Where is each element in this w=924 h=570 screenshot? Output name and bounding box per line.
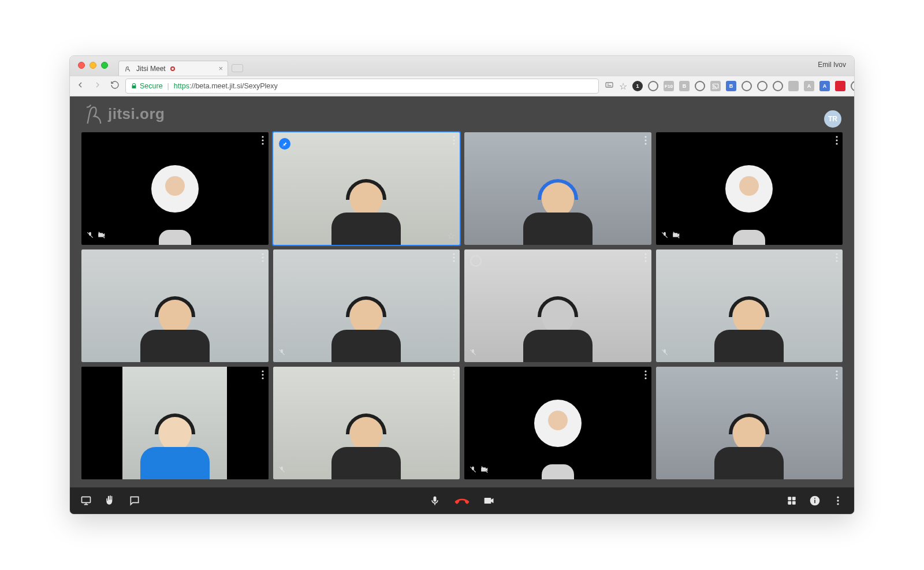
tile-menu-button[interactable] [836, 136, 838, 147]
status-icons [86, 231, 106, 241]
maximize-window-button[interactable] [101, 62, 108, 69]
participant-tile[interactable] [464, 249, 651, 362]
tile-menu-button[interactable] [453, 136, 455, 147]
back-button[interactable] [76, 80, 85, 92]
ext-circle-1[interactable]: 1 [632, 81, 643, 91]
tile-menu-button[interactable] [262, 370, 264, 381]
chat-button[interactable] [129, 495, 140, 506]
svg-point-6 [453, 143, 454, 144]
tile-menu-button[interactable] [644, 370, 647, 381]
tile-menu-button[interactable] [453, 253, 455, 264]
tab-recording-indicator-icon [170, 66, 175, 71]
svg-point-26 [262, 374, 263, 375]
screen-share-button[interactable] [80, 495, 92, 506]
video-feed [273, 249, 460, 362]
toolbar-left [80, 495, 140, 506]
participant-tile[interactable] [81, 132, 269, 245]
svg-rect-43 [814, 500, 815, 503]
minimize-window-button[interactable] [90, 62, 96, 69]
reload-button[interactable] [110, 80, 120, 92]
svg-point-7 [644, 136, 646, 137]
tile-menu-button[interactable] [644, 253, 647, 264]
ext-o2[interactable] [757, 81, 767, 91]
participant-tile[interactable] [656, 132, 843, 245]
tile-menu-button[interactable] [836, 370, 838, 381]
status-icons [278, 348, 286, 359]
participant-tile[interactable] [81, 249, 269, 362]
ext-red[interactable] [835, 81, 845, 91]
pinned-icon [279, 138, 290, 150]
participant-tile[interactable] [656, 249, 843, 362]
star-bookmark-icon[interactable]: ☆ [619, 81, 627, 92]
page-action-icon[interactable] [605, 80, 614, 92]
ext-target[interactable] [742, 81, 752, 91]
address-bar[interactable]: Secure | https://beta.meet.jit.si/SexyPl… [125, 79, 599, 94]
tile-view-button[interactable] [786, 495, 798, 506]
participant-tile[interactable] [464, 132, 651, 245]
browser-window: Jitsi Meet × Emil Ivov Secure | https://… [69, 55, 855, 515]
hangup-button[interactable] [454, 493, 470, 508]
mic-muted-icon [661, 348, 669, 359]
participant-tile[interactable]: ☆ [273, 132, 460, 245]
svg-point-15 [262, 260, 263, 262]
participant-tile[interactable] [464, 367, 651, 479]
svg-point-36 [836, 377, 837, 379]
tile-menu-button[interactable] [836, 253, 838, 264]
svg-point-34 [836, 370, 837, 372]
ext-b[interactable]: B [679, 81, 690, 91]
participant-tile[interactable] [273, 367, 460, 479]
ext-cast[interactable] [710, 81, 721, 91]
ext-sq[interactable] [788, 81, 799, 91]
close-window-button[interactable] [78, 62, 85, 69]
star-icon: ☆ [447, 230, 455, 241]
svg-point-2 [262, 139, 263, 141]
tile-menu-button[interactable] [644, 136, 647, 147]
svg-point-29 [453, 374, 454, 375]
svg-point-14 [262, 256, 263, 258]
video-feed [81, 367, 269, 479]
participant-tile[interactable] [656, 367, 843, 479]
svg-point-28 [453, 370, 454, 372]
toolbar-right [786, 495, 844, 506]
secure-label: Secure [140, 82, 163, 90]
svg-rect-40 [788, 501, 791, 505]
ext-a1[interactable]: A [804, 81, 814, 91]
svg-point-4 [453, 136, 454, 137]
avatar-placeholder [656, 132, 843, 245]
mic-toggle-button[interactable] [429, 495, 441, 506]
video-feed [656, 249, 843, 362]
browser-tab-jitsi[interactable]: Jitsi Meet × [118, 61, 228, 76]
tile-menu-button[interactable] [453, 370, 455, 381]
ext-a2[interactable]: A [819, 81, 830, 91]
svg-point-25 [262, 370, 263, 372]
svg-point-46 [837, 500, 839, 501]
browser-profile-name[interactable]: Emil Ivov [818, 61, 846, 69]
tile-menu-button[interactable] [262, 136, 264, 147]
more-actions-button[interactable] [832, 495, 844, 506]
ext-bolt[interactable] [648, 81, 658, 91]
camera-toggle-button[interactable] [483, 495, 495, 506]
ext-dot[interactable] [695, 81, 705, 91]
video-feed [464, 132, 651, 245]
raise-hand-button[interactable] [105, 495, 116, 506]
self-avatar[interactable]: TR [824, 110, 841, 128]
tab-close-button[interactable]: × [218, 64, 223, 73]
participant-tile[interactable] [81, 367, 269, 479]
ext-f10[interactable]: F10 [664, 81, 674, 91]
forward-button[interactable] [93, 80, 102, 92]
tile-menu-button[interactable] [262, 253, 264, 264]
call-toolbar [70, 487, 854, 514]
participant-tile[interactable] [273, 249, 460, 362]
ext-chat[interactable] [773, 81, 783, 91]
ext-bb[interactable]: B [726, 81, 736, 91]
video-feed [273, 367, 460, 479]
info-button[interactable] [809, 495, 821, 506]
svg-point-35 [836, 374, 837, 375]
self-avatar-initials: TR [824, 110, 841, 128]
new-tab-button[interactable] [232, 64, 243, 72]
status-icons [661, 231, 680, 241]
ext-feather[interactable] [851, 81, 855, 91]
status-icons [469, 348, 477, 359]
svg-point-10 [836, 136, 837, 137]
video-feed [273, 132, 460, 245]
